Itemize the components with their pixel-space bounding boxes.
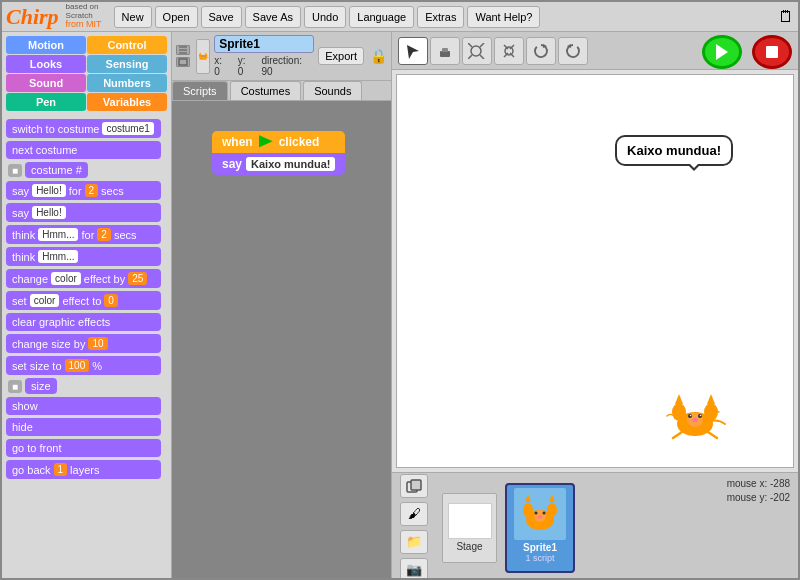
tray-tool-camera[interactable]: 📷 <box>400 558 428 581</box>
tab-costumes[interactable]: Costumes <box>230 81 302 100</box>
category-motion[interactable]: Motion <box>6 36 86 54</box>
svg-point-33 <box>547 503 557 517</box>
block-set-effect[interactable]: set color effect to 0 <box>6 291 161 310</box>
language-button[interactable]: Language <box>349 6 414 28</box>
blocks-list: switch to costume costume1 next costume … <box>2 115 171 580</box>
svg-rect-0 <box>179 59 187 65</box>
svg-rect-17 <box>766 46 778 58</box>
stage-card[interactable]: Stage <box>442 493 497 563</box>
stop-button[interactable] <box>752 35 792 69</box>
block-say[interactable]: say Hello! <box>6 203 161 222</box>
sprite-card-image <box>514 488 566 540</box>
svg-point-19 <box>672 403 686 421</box>
block-costume-num[interactable]: ■ costume # <box>6 162 167 178</box>
toolbar-icons <box>392 32 798 70</box>
category-variables[interactable]: Variables <box>87 93 167 111</box>
right-panel: Kaixo mundua! <box>392 32 798 580</box>
category-looks[interactable]: Looks <box>6 55 86 73</box>
cat-sprite[interactable] <box>663 392 723 437</box>
sprite-name-area: x: 0 y: 0 direction: 90 <box>214 35 314 77</box>
tray-tool-paint[interactable]: 🖌 <box>400 502 428 526</box>
left-panel: Motion Control Looks Sensing Sound Numbe… <box>2 32 172 580</box>
speech-bubble: Kaixo mundua! <box>615 135 733 166</box>
category-control[interactable]: Control <box>87 36 167 54</box>
block-size-reporter[interactable]: ■ size <box>6 378 167 394</box>
sprite-coords: x: 0 y: 0 direction: 90 <box>214 55 314 77</box>
expand-icon[interactable] <box>176 45 190 55</box>
sprite-card-sprite1[interactable]: Sprite1 1 script <box>505 483 575 573</box>
script-wrapper: when clicked say Kaixo mundua! <box>212 131 345 175</box>
main-layout: Motion Control Looks Sensing Sound Numbe… <box>2 32 798 580</box>
block-switch-costume[interactable]: switch to costume costume1 <box>6 119 161 138</box>
save-button[interactable]: Save <box>201 6 242 28</box>
script-block-when-clicked[interactable]: when clicked <box>212 131 345 153</box>
block-set-size[interactable]: set size to 100 % <box>6 356 161 375</box>
block-show[interactable]: show <box>6 397 161 415</box>
collapse-icon[interactable] <box>176 57 190 67</box>
tray-tool-duplicate[interactable] <box>400 474 428 498</box>
block-go-to-front[interactable]: go to front <box>6 439 161 457</box>
svg-marker-5 <box>205 52 206 54</box>
green-flag-button[interactable] <box>702 35 742 69</box>
svg-point-32 <box>523 503 533 517</box>
svg-marker-4 <box>200 52 201 54</box>
undo-button[interactable]: Undo <box>304 6 346 28</box>
block-say-for-secs[interactable]: say Hello! for 2 secs <box>6 181 161 200</box>
green-flag-icon-small <box>259 135 273 149</box>
page-icon: 🗒 <box>778 8 794 26</box>
svg-point-12 <box>471 46 481 56</box>
help-button[interactable]: Want Help? <box>467 6 540 28</box>
block-think-for-secs[interactable]: think Hmm... for 2 secs <box>6 225 161 244</box>
center-panel: x: 0 y: 0 direction: 90 Export 🔒 Scripts… <box>172 32 392 580</box>
extras-button[interactable]: Extras <box>417 6 464 28</box>
svg-point-28 <box>692 418 698 422</box>
topbar: Chirp based onScratchfrom MIT New Open S… <box>2 2 798 32</box>
tab-scripts[interactable]: Scripts <box>172 81 228 100</box>
script-tabs: Scripts Costumes Sounds <box>172 81 391 101</box>
category-sensing[interactable]: Sensing <box>87 55 167 73</box>
script-area[interactable]: when clicked say Kaixo mundua! <box>172 101 391 580</box>
svg-point-8 <box>204 56 205 57</box>
script-block-say[interactable]: say Kaixo mundua! <box>212 153 345 175</box>
svg-point-27 <box>700 415 702 417</box>
category-pen[interactable]: Pen <box>6 93 86 111</box>
open-button[interactable]: Open <box>155 6 198 28</box>
tool-arrow[interactable] <box>398 37 428 65</box>
tool-grow[interactable] <box>462 37 492 65</box>
tool-shrink[interactable] <box>494 37 524 65</box>
svg-point-39 <box>538 515 543 518</box>
svg-rect-11 <box>442 48 448 52</box>
block-categories: Motion Control Looks Sensing Sound Numbe… <box>2 32 171 115</box>
block-change-size[interactable]: change size by 10 <box>6 334 161 353</box>
save-as-button[interactable]: Save As <box>245 6 301 28</box>
svg-marker-21 <box>675 394 683 404</box>
stage-card-image <box>448 503 492 539</box>
svg-marker-34 <box>525 494 531 502</box>
category-sound[interactable]: Sound <box>6 74 86 92</box>
svg-marker-16 <box>716 44 728 60</box>
block-next-costume[interactable]: next costume <box>6 141 161 159</box>
block-hide[interactable]: hide <box>6 418 161 436</box>
export-button[interactable]: Export <box>318 47 364 65</box>
tab-sounds[interactable]: Sounds <box>303 81 362 100</box>
tool-stamp[interactable] <box>430 37 460 65</box>
svg-marker-35 <box>549 494 555 502</box>
mouse-coords: mouse x: -288 mouse y: -202 <box>727 477 790 505</box>
app-subtitle: based onScratchfrom MIT <box>66 3 102 30</box>
sprite-name-input[interactable] <box>214 35 314 53</box>
tool-rotate-cw[interactable] <box>526 37 556 65</box>
stage-area[interactable]: Kaixo mundua! <box>396 74 794 468</box>
tool-rotate-ccw[interactable] <box>558 37 588 65</box>
block-go-back[interactable]: go back 1 layers <box>6 460 161 479</box>
lock-icon: 🔒 <box>370 48 387 64</box>
new-button[interactable]: New <box>114 6 152 28</box>
block-think[interactable]: think Hmm... <box>6 247 161 266</box>
category-numbers[interactable]: Numbers <box>87 74 167 92</box>
block-clear-effects[interactable]: clear graphic effects <box>6 313 161 331</box>
tray-tools: 🖌 📁 📷 <box>400 474 428 581</box>
tray-tool-folder[interactable]: 📁 <box>400 530 428 554</box>
sprite-header: x: 0 y: 0 direction: 90 Export 🔒 <box>172 32 391 81</box>
svg-marker-22 <box>707 394 715 404</box>
svg-point-26 <box>690 415 692 417</box>
block-change-effect[interactable]: change color effect by 25 <box>6 269 161 288</box>
